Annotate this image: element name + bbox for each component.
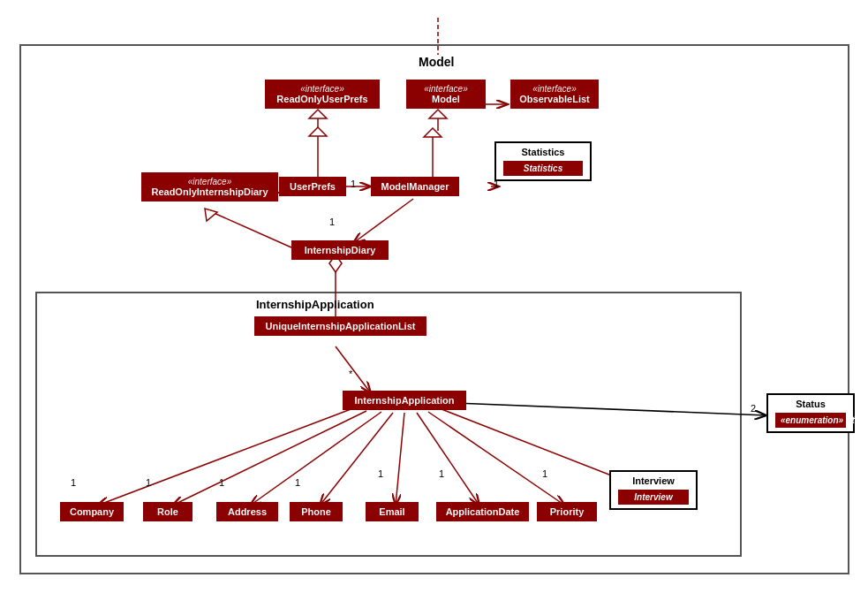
label-1-userprefs: 1 — [351, 179, 356, 189]
label-1-model-stats: 1 — [494, 179, 499, 189]
model-manager-label: ModelManager — [381, 181, 449, 192]
model-label: Model — [419, 55, 454, 69]
label-1-role: 1 — [146, 477, 151, 488]
internship-app-label: InternshipApplication — [354, 395, 454, 406]
email-box: Email — [366, 502, 419, 521]
label-1-diary: 1 — [329, 217, 335, 227]
label-1-appdate: 1 — [439, 468, 444, 479]
section-label: InternshipApplication — [256, 298, 374, 311]
priority-box: Priority — [537, 502, 597, 521]
email-label: Email — [379, 506, 404, 517]
label-1-email: 1 — [378, 468, 383, 479]
internship-app-box: InternshipApplication — [343, 391, 466, 410]
status-inner-label: Status — [846, 415, 868, 425]
readonly-diary-label: ReadOnlyInternshipDiary — [151, 186, 268, 197]
model-iface-stereotype: «interface» — [414, 84, 478, 94]
company-box: Company — [60, 502, 124, 521]
statistics-inner-box: Statistics — [503, 161, 583, 176]
address-box: Address — [216, 502, 278, 521]
phone-label: Phone — [301, 506, 331, 517]
observable-label: ObservableList — [519, 94, 589, 104]
priority-label: Priority — [550, 506, 585, 517]
observable-list-box: «interface» ObservableList — [510, 80, 599, 109]
readonly-user-prefs-box: «interface» ReadOnlyUserPrefs — [265, 80, 380, 109]
label-1-phone: 1 — [295, 477, 300, 488]
company-label: Company — [70, 506, 114, 517]
model-interface-box: «interface» Model — [406, 80, 486, 109]
statistics-inner-label: Statistics — [524, 163, 562, 173]
status-inner-box: «enumeration» Status — [775, 413, 846, 428]
interview-outer-box: Interview Interview — [609, 470, 698, 510]
readonly-diary-stereotype: «interface» — [149, 177, 270, 186]
status-outer-label: Status — [796, 399, 826, 409]
model-manager-box: ModelManager — [371, 177, 459, 196]
role-box: Role — [143, 502, 192, 521]
statistics-outer-box: Statistics Statistics — [494, 141, 592, 181]
observable-stereotype: «interface» — [518, 84, 591, 94]
label-2-status: 2 — [751, 403, 756, 414]
interview-inner-box: Interview — [618, 490, 689, 505]
model-iface-label: Model — [432, 94, 460, 104]
application-date-box: ApplicationDate — [436, 502, 529, 521]
diagram-container: Status «enumeration» Status Interview In… — [0, 0, 868, 593]
readonly-userprefs-stereotype: «interface» — [273, 84, 372, 94]
address-label: Address — [228, 506, 267, 517]
label-1-address: 1 — [219, 477, 224, 488]
readonly-userprefs-label: ReadOnlyUserPrefs — [276, 94, 367, 104]
internship-diary-label: InternshipDiary — [305, 245, 376, 255]
user-prefs-box: UserPrefs — [279, 177, 346, 196]
status-outer-box: Status «enumeration» Status — [766, 393, 855, 433]
unique-list-box: UniqueInternshipApplicationList — [254, 316, 426, 336]
label-star-unique: * — [349, 369, 352, 379]
statistics-outer-label: Statistics — [522, 147, 565, 157]
internship-diary-box: InternshipDiary — [291, 240, 389, 260]
phone-box: Phone — [290, 502, 343, 521]
application-date-label: ApplicationDate — [446, 506, 520, 517]
user-prefs-label: UserPrefs — [290, 181, 336, 192]
role-label: Role — [157, 506, 178, 517]
label-1-priority: 1 — [542, 468, 547, 479]
status-stereotype: «enumeration» — [781, 415, 843, 425]
interview-outer-label: Interview — [632, 475, 675, 486]
unique-list-label: UniqueInternshipApplicationList — [266, 321, 416, 331]
interview-inner-label: Interview — [634, 492, 672, 502]
label-1-company: 1 — [71, 477, 76, 488]
readonly-internship-diary-box: «interface» ReadOnlyInternshipDiary — [141, 172, 278, 201]
